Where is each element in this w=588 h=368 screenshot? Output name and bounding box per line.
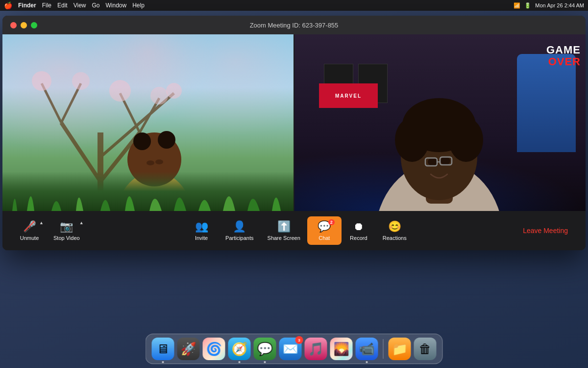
menubar-go[interactable]: Go — [92, 2, 100, 9]
mic-slash — [24, 221, 34, 231]
stop-video-label: Stop Video — [53, 235, 80, 241]
dock-item-finder[interactable]: 🖥 — [152, 338, 174, 360]
share-screen-label: Share Screen — [268, 235, 300, 241]
menubar-time: Mon Apr 26 2:44 AM — [535, 2, 584, 8]
record-label: Record — [350, 235, 367, 241]
menubar-wifi-icon: 📶 — [514, 2, 520, 9]
dock-item-messages[interactable]: 💬 — [254, 338, 276, 360]
reactions-button[interactable]: 😊 Reactions — [376, 216, 414, 245]
share-screen-button[interactable]: ⬆️ Share Screen — [261, 216, 307, 245]
unmute-label: Unmute — [20, 235, 39, 241]
dock-item-launchpad[interactable]: 🚀 — [177, 338, 200, 360]
menubar-help[interactable]: Help — [132, 2, 145, 9]
mail-badge: 3 — [295, 336, 303, 344]
dock-item-safari[interactable]: 🧭 — [228, 338, 251, 360]
svg-point-27 — [428, 158, 438, 166]
desktop: Zoom Meeting ID: 623-397-855 — [0, 11, 588, 368]
video-icon: 📷 — [60, 220, 73, 233]
menubar-file[interactable]: File — [42, 2, 51, 9]
minimize-button[interactable] — [21, 22, 27, 28]
video-bg-indoor: MARVEL GAME OVER — [294, 34, 586, 211]
menubar-right: 📶 🔋 Mon Apr 26 2:44 AM — [514, 2, 584, 9]
person2-silhouette — [294, 34, 586, 211]
menubar-window[interactable]: Window — [106, 2, 127, 9]
record-icon: ⏺ — [353, 220, 364, 233]
menubar-view[interactable]: View — [74, 2, 86, 9]
dock-item-trash[interactable]: 🗑 — [414, 338, 437, 360]
dock-safari-dot — [239, 361, 241, 363]
window-controls — [10, 22, 37, 28]
zoom-window: Zoom Meeting ID: 623-397-855 — [2, 16, 586, 250]
dock-active-dot — [162, 361, 164, 363]
chat-badge: 2 — [328, 219, 335, 225]
dock-separator — [383, 339, 384, 359]
participants-label: Participants — [225, 235, 253, 241]
dock-item-siri[interactable]: 🌀 — [203, 338, 225, 360]
video-cell-participant2: MARVEL GAME OVER — [294, 34, 586, 211]
menubar-left: 🍎 Finder File Edit View Go Window Help — [4, 1, 508, 9]
chat-label: Chat — [318, 235, 330, 241]
dock-item-music[interactable]: 🎵 — [305, 338, 327, 360]
menubar-finder[interactable]: Finder — [18, 2, 36, 9]
invite-icon: 👥 — [195, 220, 208, 233]
svg-point-16 — [158, 131, 175, 149]
chat-button[interactable]: 💬 Chat 2 — [307, 216, 342, 245]
stop-video-button[interactable]: 📷 Stop Video ▲ — [47, 216, 87, 245]
reactions-label: Reactions — [383, 235, 407, 241]
leave-meeting-button[interactable]: Leave Meeting — [515, 222, 576, 239]
mac-menubar: 🍎 Finder File Edit View Go Window Help 📶… — [0, 0, 588, 11]
window-title: Zoom Meeting ID: 623-397-855 — [250, 22, 339, 29]
video-bg-outdoor — [2, 34, 294, 211]
svg-point-17 — [147, 160, 154, 165]
dock-item-photos[interactable]: 🌄 — [330, 338, 353, 360]
grass-blades — [2, 167, 294, 211]
toolbar: 🎤 Unmute ▲ 📷 Stop Video ▲ 👥 Invite 👤 — [2, 211, 586, 250]
unmute-button[interactable]: 🎤 Unmute ▲ — [12, 216, 47, 245]
svg-point-15 — [133, 132, 151, 150]
mac-dock: 🖥 🚀 🌀 🧭 💬 ✉️ 3 🎵 🌄 📹 📁 🗑 — [146, 334, 443, 364]
dock-item-zoom[interactable]: 📹 — [356, 338, 378, 360]
svg-point-25 — [395, 118, 429, 162]
leave-meeting-label: Leave Meeting — [523, 227, 568, 235]
video-grid: MARVEL GAME OVER — [2, 34, 586, 211]
apple-menu[interactable]: 🍎 — [4, 1, 12, 9]
video-chevron[interactable]: ▲ — [79, 220, 84, 225]
svg-point-28 — [441, 157, 450, 165]
dock-item-mail[interactable]: ✉️ 3 — [279, 338, 302, 360]
dock-zoom-dot — [366, 361, 368, 363]
svg-point-18 — [155, 159, 163, 164]
invite-label: Invite — [195, 235, 208, 241]
video-cell-participant1 — [2, 34, 294, 211]
svg-point-26 — [449, 118, 483, 162]
close-button[interactable] — [10, 22, 17, 28]
participants-icon: 👤 — [233, 220, 246, 233]
unmute-chevron[interactable]: ▲ — [39, 220, 44, 225]
record-button[interactable]: ⏺ Record — [342, 216, 376, 245]
participants-button[interactable]: 👤 Participants — [219, 216, 260, 245]
mic-icon: 🎤 — [23, 220, 36, 233]
menubar-battery-icon: 🔋 — [524, 2, 531, 9]
maximize-button[interactable] — [31, 22, 37, 28]
menubar-edit[interactable]: Edit — [57, 2, 68, 9]
reactions-icon: 😊 — [388, 220, 401, 233]
invite-button[interactable]: 👥 Invite — [184, 216, 219, 245]
title-bar: Zoom Meeting ID: 623-397-855 — [2, 16, 586, 34]
dock-item-downloads[interactable]: 📁 — [389, 338, 411, 360]
share-screen-icon: ⬆️ — [277, 220, 291, 233]
dock-messages-dot — [264, 361, 266, 363]
